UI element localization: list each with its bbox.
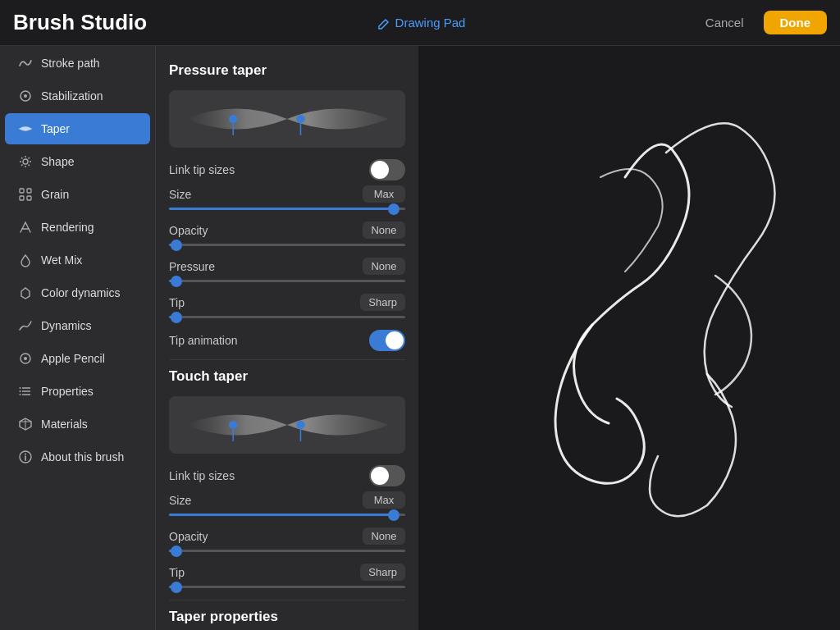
- sidebar-item-shape[interactable]: Shape: [5, 146, 150, 177]
- dynamics-icon: [18, 318, 33, 333]
- touch-taper-title: Touch taper: [169, 368, 405, 385]
- sidebar-item-rendering[interactable]: Rendering: [5, 212, 150, 243]
- sidebar-item-grain[interactable]: Grain: [5, 179, 150, 210]
- drawing-pad-label: Drawing Pad: [377, 16, 466, 30]
- pressure-tip-slider[interactable]: [169, 316, 405, 318]
- done-button[interactable]: Done: [764, 11, 828, 34]
- svg-point-13: [20, 390, 21, 392]
- pressure-tip-label: Tip: [169, 296, 185, 309]
- svg-point-19: [25, 454, 26, 455]
- sidebar-item-label: Materials: [41, 418, 88, 431]
- divider-1: [169, 359, 405, 360]
- touch-tip-row: Tip Sharp: [169, 564, 405, 581]
- drawing-pad[interactable]: [418, 46, 840, 630]
- sidebar-item-label: Apple Pencil: [41, 352, 105, 365]
- touch-link-tip-sizes-row: Link tip sizes: [169, 465, 405, 486]
- touch-opacity-label: Opacity: [169, 530, 208, 543]
- wave-icon: [18, 56, 33, 71]
- svg-rect-3: [20, 189, 24, 193]
- sidebar-item-stabilization[interactable]: Stabilization: [5, 80, 150, 112]
- pressure-tip-animation-toggle[interactable]: [369, 330, 405, 351]
- pressure-pressure-slider[interactable]: [169, 280, 405, 282]
- pressure-size-slider[interactable]: [169, 208, 405, 210]
- touch-opacity-slider[interactable]: [169, 550, 405, 552]
- grid-icon: [18, 187, 33, 202]
- touch-tip-badge[interactable]: Sharp: [360, 564, 405, 581]
- touch-tip-slider[interactable]: [169, 586, 405, 588]
- touch-size-badge[interactable]: Max: [363, 491, 405, 509]
- sidebar-item-properties[interactable]: Properties: [5, 376, 150, 407]
- drawing-pad-icon: [377, 16, 390, 30]
- header-actions: Cancel Done: [696, 11, 827, 34]
- info-icon: [18, 450, 33, 464]
- pressure-pressure-badge[interactable]: None: [363, 258, 405, 275]
- touch-tip-label: Tip: [169, 566, 185, 579]
- stabilize-icon: [18, 89, 33, 103]
- touch-link-tip-sizes-toggle[interactable]: [369, 465, 405, 486]
- touch-link-tip-sizes-label: Link tip sizes: [169, 469, 235, 482]
- pressure-taper-preview: [169, 90, 405, 148]
- svg-point-2: [23, 159, 28, 164]
- pressure-tip-animation-label: Tip animation: [169, 334, 238, 347]
- sidebar-item-label: Shape: [41, 155, 74, 168]
- sidebar-item-dynamics[interactable]: Dynamics: [5, 310, 150, 341]
- pressure-link-tip-sizes-label: Link tip sizes: [169, 163, 235, 176]
- rendering-icon: [18, 220, 33, 235]
- sidebar-item-stroke-path[interactable]: Stroke path: [5, 48, 150, 79]
- app-title: Brush Studio: [13, 10, 147, 35]
- sidebar-item-materials[interactable]: Materials: [5, 409, 150, 440]
- brush-strokes-svg: [418, 46, 840, 630]
- main-layout: Stroke path Stabilization Taper Shape Gr: [0, 46, 840, 630]
- pressure-tip-row: Tip Sharp: [169, 294, 405, 311]
- touch-size-row: Size Max: [169, 491, 405, 509]
- pressure-size-row: Size Max: [169, 185, 405, 203]
- pressure-size-label: Size: [169, 188, 191, 201]
- sidebar-item-label: Stabilization: [41, 89, 103, 103]
- pressure-link-tip-sizes-toggle[interactable]: [369, 159, 405, 180]
- colorwheel-icon: [18, 285, 33, 300]
- sidebar-item-taper[interactable]: Taper: [5, 113, 150, 144]
- touch-opacity-badge[interactable]: None: [363, 527, 405, 545]
- cancel-button[interactable]: Cancel: [696, 11, 754, 34]
- svg-rect-4: [27, 189, 31, 193]
- pressure-pressure-row: Pressure None: [169, 258, 405, 275]
- touch-opacity-row: Opacity None: [169, 527, 405, 545]
- pressure-tip-animation-row: Tip animation: [169, 330, 405, 351]
- sidebar-item-label: Color dynamics: [41, 286, 120, 299]
- sidebar-item-about[interactable]: About this brush: [5, 441, 150, 472]
- pressure-taper-title: Pressure taper: [169, 62, 405, 79]
- pressure-opacity-row: Opacity None: [169, 221, 405, 239]
- touch-size-label: Size: [169, 494, 191, 507]
- sidebar-item-label: Taper: [41, 122, 70, 135]
- pressure-size-badge[interactable]: Max: [363, 185, 405, 203]
- sidebar: Stroke path Stabilization Taper Shape Gr: [0, 46, 156, 630]
- touch-taper-preview: [169, 396, 405, 454]
- sidebar-item-label: Properties: [41, 385, 94, 398]
- sidebar-item-label: About this brush: [41, 450, 124, 463]
- pressure-opacity-label: Opacity: [169, 224, 208, 237]
- sidebar-item-apple-pencil[interactable]: Apple Pencil: [5, 343, 150, 374]
- toggle-knob: [386, 331, 404, 349]
- divider-2: [169, 600, 405, 600]
- pressure-tip-badge[interactable]: Sharp: [360, 294, 405, 311]
- svg-rect-5: [20, 196, 24, 200]
- pressure-opacity-badge[interactable]: None: [363, 221, 405, 239]
- sidebar-item-label: Dynamics: [41, 319, 91, 332]
- list-icon: [18, 384, 33, 399]
- sidebar-item-color-dynamics[interactable]: Color dynamics: [5, 277, 150, 308]
- svg-point-1: [24, 94, 27, 98]
- center-panel: Pressure taper: [156, 46, 418, 630]
- touch-size-slider[interactable]: [169, 514, 405, 516]
- pencil-icon: [18, 351, 33, 366]
- pressure-link-tip-sizes-row: Link tip sizes: [169, 159, 405, 180]
- sidebar-item-wet-mix[interactable]: Wet Mix: [5, 244, 150, 276]
- svg-point-12: [20, 387, 21, 389]
- svg-point-8: [24, 357, 27, 360]
- pressure-pressure-label: Pressure: [169, 260, 215, 273]
- sidebar-item-label: Rendering: [41, 221, 94, 234]
- gear-icon: [18, 154, 33, 169]
- toggle-knob: [371, 161, 389, 179]
- svg-rect-6: [27, 196, 31, 200]
- svg-point-14: [20, 394, 21, 395]
- pressure-opacity-slider[interactable]: [169, 244, 405, 246]
